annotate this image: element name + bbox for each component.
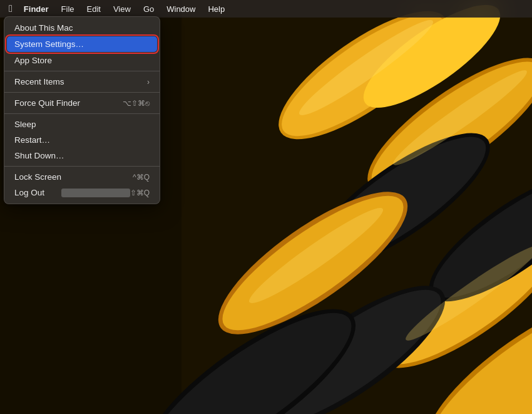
menubar-file[interactable]: File — [56, 3, 79, 15]
menubar:  Finder File Edit View Go Window Help — [0, 0, 532, 18]
menu-item-logout[interactable]: Log Out ⇧⌘Q — [4, 185, 160, 200]
apple-dropdown-menu: About This Mac System Settings… App Stor… — [4, 16, 160, 204]
menubar-finder[interactable]: Finder — [19, 3, 54, 15]
menu-item-system-settings[interactable]: System Settings… — [7, 36, 157, 52]
apple-menu-button[interactable]:  — [5, 2, 16, 16]
divider-2 — [4, 92, 160, 93]
menu-item-system-settings-label: System Settings… — [14, 39, 150, 49]
menubar-go[interactable]: Go — [138, 3, 159, 15]
menu-item-lock-screen-shortcut: ^⌘Q — [133, 173, 150, 182]
menu-item-logout-label: Log Out — [14, 188, 59, 197]
menu-item-about[interactable]: About This Mac — [4, 20, 160, 36]
menu-item-recent-items-label: Recent Items — [14, 77, 147, 86]
menu-item-recent-items[interactable]: Recent Items › — [4, 74, 160, 90]
menu-item-app-store-label: App Store — [14, 56, 150, 65]
divider-3 — [4, 113, 160, 114]
menubar-edit[interactable]: Edit — [82, 3, 106, 15]
menu-item-logout-shortcut: ⇧⌘Q — [130, 189, 150, 197]
menu-item-app-store[interactable]: App Store — [4, 53, 160, 68]
menubar-help[interactable]: Help — [203, 3, 230, 15]
menu-item-force-quit[interactable]: Force Quit Finder ⌥⇧⌘⎋ — [4, 95, 160, 111]
divider-1 — [4, 71, 160, 71]
menu-item-sleep-label: Sleep — [14, 120, 150, 129]
menu-item-lock-screen[interactable]: Lock Screen ^⌘Q — [4, 169, 160, 185]
menu-item-restart-label: Restart… — [14, 135, 150, 145]
menu-item-lock-screen-label: Lock Screen — [14, 172, 133, 182]
menubar-view[interactable]: View — [108, 3, 136, 15]
menubar-window[interactable]: Window — [161, 3, 200, 15]
menu-item-shutdown[interactable]: Shut Down… — [4, 148, 160, 163]
menu-item-restart[interactable]: Restart… — [4, 132, 160, 148]
logout-redacted-name — [61, 189, 130, 197]
divider-4 — [4, 166, 160, 167]
recent-items-arrow-icon: › — [147, 78, 150, 86]
menu-item-sleep[interactable]: Sleep — [4, 116, 160, 132]
menu-item-force-quit-label: Force Quit Finder — [14, 98, 123, 108]
menu-item-force-quit-shortcut: ⌥⇧⌘⎋ — [123, 99, 150, 108]
menu-item-about-label: About This Mac — [14, 23, 150, 33]
menu-item-shutdown-label: Shut Down… — [14, 151, 150, 160]
